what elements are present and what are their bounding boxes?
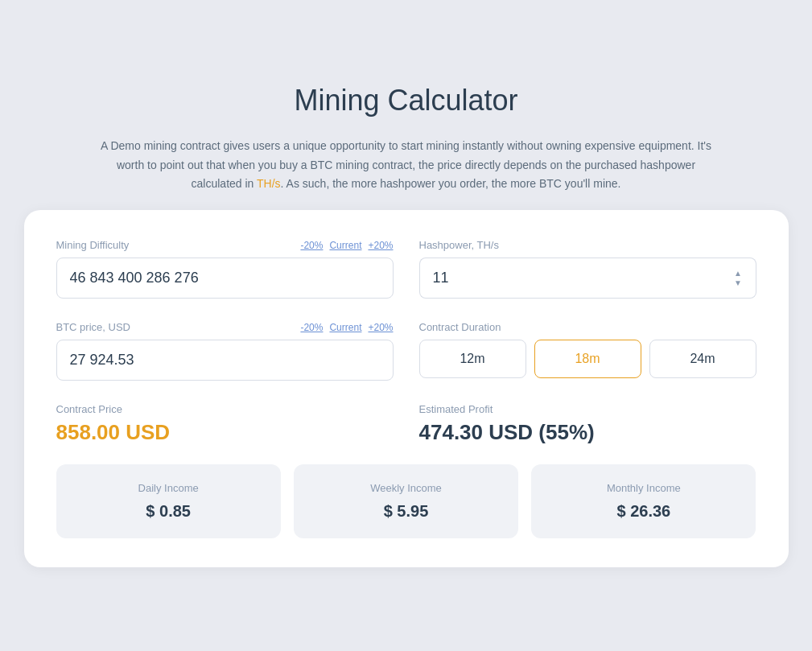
btc-price-plus-link[interactable]: +20%	[368, 322, 393, 333]
contract-price-value: 858.00 USD	[56, 420, 394, 445]
weekly-income-label: Weekly Income	[307, 482, 505, 494]
highlight-ths: TH/s	[257, 177, 281, 190]
weekly-income-card: Weekly Income $ 5.95	[294, 464, 518, 538]
estimated-profit-label: Estimated Profit	[419, 403, 756, 415]
estimated-profit-group: Estimated Profit 474.30 USD (55%)	[419, 403, 756, 445]
btc-price-links: -20% Current +20%	[300, 322, 393, 333]
hashpower-wrapper: ▲ ▼	[419, 258, 756, 299]
results-row: Contract Price 858.00 USD Estimated Prof…	[56, 403, 756, 445]
income-cards-row: Daily Income $ 0.85 Weekly Income $ 5.95…	[56, 464, 756, 538]
contract-price-label: Contract Price	[56, 403, 394, 415]
weekly-income-value: $ 5.95	[307, 502, 505, 521]
contract-duration-label-row: Contract Duration	[419, 321, 756, 333]
mining-difficulty-label-row: Mining Difficulty -20% Current +20%	[56, 239, 394, 251]
hashpower-group: Hashpower, TH/s ▲ ▼	[419, 239, 756, 299]
mining-difficulty-group: Mining Difficulty -20% Current +20%	[56, 239, 394, 299]
fields-row-1: Mining Difficulty -20% Current +20% Hash…	[56, 239, 756, 299]
btc-price-input[interactable]	[56, 340, 394, 381]
mining-difficulty-current-link[interactable]: Current	[329, 240, 361, 251]
btc-price-minus-link[interactable]: -20%	[300, 322, 323, 333]
contract-price-group: Contract Price 858.00 USD	[56, 403, 394, 445]
mining-difficulty-label: Mining Difficulty	[56, 239, 130, 251]
hashpower-label-row: Hashpower, TH/s	[419, 239, 756, 251]
contract-duration-label: Contract Duration	[419, 321, 501, 333]
estimated-profit-value: 474.30 USD (55%)	[419, 420, 756, 445]
calculator-card: Mining Difficulty -20% Current +20% Hash…	[24, 210, 789, 567]
spinner-up-icon[interactable]: ▲	[734, 270, 742, 278]
contract-duration-group: Contract Duration 12m 18m 24m	[419, 321, 756, 378]
mining-difficulty-plus-link[interactable]: +20%	[368, 240, 393, 251]
fields-row-2: BTC price, USD -20% Current +20% Contrac…	[56, 321, 756, 381]
btc-price-label-row: BTC price, USD -20% Current +20%	[56, 321, 394, 333]
monthly-income-label: Monthly Income	[544, 482, 743, 494]
monthly-income-value: $ 26.36	[544, 502, 743, 521]
duration-btn-12m[interactable]: 12m	[419, 340, 526, 378]
monthly-income-card: Monthly Income $ 26.36	[531, 464, 756, 538]
hashpower-spinner[interactable]: ▲ ▼	[721, 258, 756, 299]
btc-price-group: BTC price, USD -20% Current +20%	[56, 321, 394, 381]
spinner-down-icon[interactable]: ▼	[734, 279, 742, 287]
btc-price-current-link[interactable]: Current	[329, 322, 361, 333]
mining-difficulty-minus-link[interactable]: -20%	[300, 240, 323, 251]
mining-difficulty-input[interactable]	[56, 258, 394, 299]
mining-difficulty-links: -20% Current +20%	[300, 240, 393, 251]
btc-price-label: BTC price, USD	[56, 321, 130, 333]
daily-income-label: Daily Income	[69, 482, 268, 494]
page-title: Mining Calculator	[294, 84, 517, 117]
duration-btn-24m[interactable]: 24m	[649, 340, 756, 378]
hashpower-label: Hashpower, TH/s	[419, 239, 499, 251]
duration-btn-18m[interactable]: 18m	[534, 340, 641, 378]
page-container: Mining Calculator A Demo mining contract…	[16, 84, 796, 567]
duration-buttons: 12m 18m 24m	[419, 340, 756, 378]
daily-income-card: Daily Income $ 0.85	[56, 464, 281, 538]
page-description: A Demo mining contract gives users a uni…	[93, 137, 720, 194]
hashpower-input[interactable]	[419, 258, 721, 299]
daily-income-value: $ 0.85	[69, 502, 268, 521]
